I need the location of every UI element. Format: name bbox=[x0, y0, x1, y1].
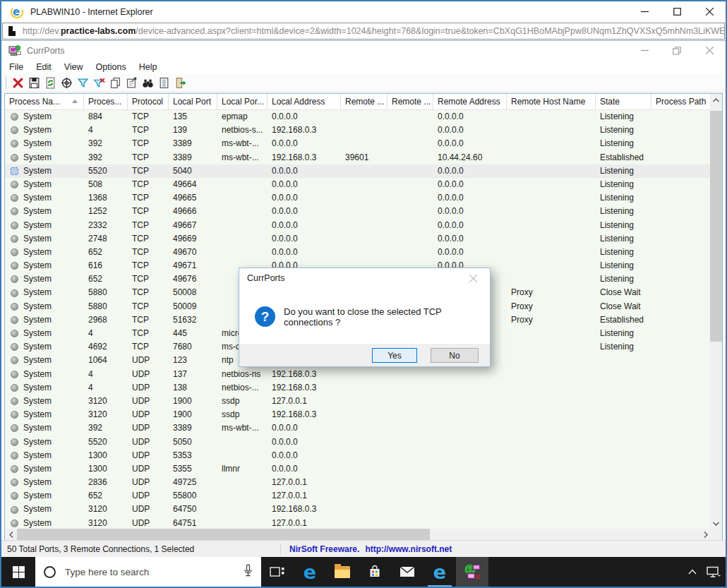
table-row[interactable]: System392TCP3389ms-wbt-...0.0.0.00.0.0.0… bbox=[5, 137, 711, 150]
table-row[interactable]: System4UDP138netbios-...192.168.0.3 bbox=[5, 381, 711, 395]
status-summary: 50 Total Ports, 3 Remote Connections, 1 … bbox=[1, 544, 280, 554]
table-row[interactable]: System1252TCP496660.0.0.00.0.0.0Listenin… bbox=[5, 205, 711, 218]
table-row[interactable]: System3120UDP1900ssdp192.168.0.3 bbox=[5, 408, 711, 421]
column-header[interactable]: State bbox=[596, 94, 651, 110]
menu-help[interactable]: Help bbox=[133, 62, 164, 72]
table-cell: UDP bbox=[128, 408, 169, 421]
scroll-left-arrow-icon[interactable] bbox=[5, 529, 17, 540]
column-header[interactable]: Remote ... bbox=[387, 94, 433, 110]
column-header[interactable]: Process Na... bbox=[5, 94, 84, 110]
column-header[interactable]: Local Port bbox=[169, 94, 217, 110]
table-cell: ssdp bbox=[217, 395, 268, 408]
table-row[interactable]: System2748TCP496690.0.0.00.0.0.0Listenin… bbox=[5, 232, 711, 246]
table-row[interactable]: System392UDP3389ms-wbt-...0.0.0.0 bbox=[5, 421, 711, 435]
table-row[interactable]: System3120UDP64751127.0.0.1 bbox=[5, 517, 711, 530]
close-connection-button[interactable] bbox=[10, 75, 26, 91]
table-row[interactable]: System5520TCP50400.0.0.00.0.0.0Listening bbox=[5, 164, 711, 178]
table-cell: 64751 bbox=[169, 517, 217, 530]
app-close-button[interactable] bbox=[693, 41, 726, 60]
find-button[interactable] bbox=[140, 75, 156, 91]
vertical-scrollbar[interactable] bbox=[710, 94, 722, 529]
table-cell: 0.0.0.0 bbox=[268, 178, 341, 191]
table-row[interactable]: System884TCP135epmap0.0.0.00.0.0.0Listen… bbox=[5, 110, 711, 124]
table-cell: System bbox=[5, 300, 84, 313]
taskbar-edge[interactable]: e bbox=[294, 557, 326, 587]
refresh-button[interactable] bbox=[42, 75, 59, 91]
scroll-up-arrow-icon[interactable] bbox=[710, 94, 722, 106]
menu-file[interactable]: File bbox=[3, 62, 30, 72]
url-input[interactable]: http://dev.practice-labs.com/device-adva… bbox=[2, 23, 725, 40]
report-button[interactable] bbox=[156, 75, 172, 91]
taskbar-file-explorer[interactable] bbox=[326, 557, 359, 587]
app-restore-button[interactable] bbox=[661, 41, 693, 60]
menu-view[interactable]: View bbox=[58, 62, 90, 72]
start-button[interactable] bbox=[1, 557, 35, 587]
tray-show-hidden-icons[interactable] bbox=[683, 557, 702, 587]
taskbar-mail[interactable] bbox=[391, 557, 423, 587]
table-row[interactable]: System1300UDP5355llmnr0.0.0.0 bbox=[5, 462, 711, 476]
table-row[interactable]: System5520UDP50500.0.0.0 bbox=[5, 436, 711, 449]
currports-taskbar-icon bbox=[463, 563, 481, 580]
column-header[interactable]: Local Address bbox=[268, 94, 341, 110]
task-view-button[interactable] bbox=[261, 557, 294, 587]
filter-button[interactable] bbox=[75, 75, 91, 91]
table-cell: System bbox=[5, 476, 84, 489]
column-header[interactable]: Remote Address bbox=[433, 94, 507, 110]
table-cell bbox=[507, 110, 596, 124]
scroll-down-arrow-icon[interactable] bbox=[710, 517, 722, 529]
table-row[interactable]: System4UDP137netbios-ns192.168.0.3 bbox=[5, 368, 711, 381]
table-row[interactable]: System2836UDP49725127.0.0.1 bbox=[5, 476, 711, 489]
taskbar-search[interactable]: Type here to search bbox=[35, 557, 261, 587]
column-header[interactable]: Process Path bbox=[651, 94, 711, 110]
table-row[interactable]: System1368TCP496650.0.0.00.0.0.0Listenin… bbox=[5, 191, 711, 205]
nirsoft-link[interactable]: http://www.nirsoft.net bbox=[365, 544, 452, 554]
table-row[interactable]: System652TCP496700.0.0.00.0.0.0Listening bbox=[5, 246, 711, 259]
app-minimize-button[interactable] bbox=[628, 41, 661, 60]
menu-edit[interactable]: Edit bbox=[30, 62, 58, 72]
ie-window-inner: e PLABWIN10 - Internet Explorer http://d… bbox=[1, 1, 726, 587]
table-row[interactable]: System652UDP55800127.0.0.1 bbox=[5, 489, 711, 503]
close-button[interactable] bbox=[693, 1, 726, 22]
menu-options[interactable]: Options bbox=[90, 62, 133, 72]
resolve-addresses-button[interactable] bbox=[59, 75, 75, 91]
horizontal-scrollbar[interactable] bbox=[5, 529, 711, 540]
process-icon bbox=[11, 154, 18, 162]
table-row[interactable]: System4TCP139netbios-s...192.168.0.30.0.… bbox=[5, 124, 711, 137]
column-header[interactable]: Remote Host Name bbox=[507, 94, 596, 110]
column-header[interactable]: Local Por... bbox=[217, 94, 268, 110]
table-cell: 192.168.0.3 bbox=[268, 368, 341, 381]
table-row[interactable]: System3120UDP64750192.168.0.3 bbox=[5, 503, 711, 516]
taskbar: Type here to search e e bbox=[1, 557, 726, 587]
properties-button[interactable] bbox=[124, 75, 140, 91]
column-header[interactable]: Remote ... bbox=[341, 94, 387, 110]
no-button[interactable]: No bbox=[431, 348, 479, 363]
table-row[interactable]: System3120UDP1900ssdp127.0.0.1 bbox=[5, 395, 711, 408]
microphone-icon[interactable] bbox=[244, 564, 253, 578]
table-cell: System bbox=[5, 219, 84, 232]
copy-button[interactable] bbox=[107, 75, 124, 91]
dialog-close-icon[interactable] bbox=[459, 268, 487, 288]
status-bar: 50 Total Ports, 3 Remote Connections, 1 … bbox=[1, 540, 726, 557]
yes-button[interactable]: Yes bbox=[372, 348, 417, 363]
taskbar-store[interactable] bbox=[359, 557, 391, 587]
taskbar-internet-explorer[interactable]: e bbox=[423, 557, 456, 587]
table-row[interactable]: System2332TCP496670.0.0.00.0.0.0Listenin… bbox=[5, 219, 711, 232]
table-cell: TCP bbox=[128, 219, 169, 232]
exit-button[interactable] bbox=[172, 75, 188, 91]
tray-network-icon[interactable] bbox=[702, 557, 726, 587]
clear-filter-button[interactable] bbox=[91, 75, 107, 91]
column-header[interactable]: Proces... bbox=[84, 94, 128, 110]
table-cell bbox=[507, 219, 596, 232]
table-row[interactable]: System1300UDP53530.0.0.0 bbox=[5, 449, 711, 462]
column-header[interactable]: Protocol bbox=[128, 94, 169, 110]
table-row[interactable]: System392TCP3389ms-wbt-...192.168.0.3396… bbox=[5, 151, 711, 164]
table-row[interactable]: System508TCP496640.0.0.00.0.0.0Listening bbox=[5, 178, 711, 191]
horizontal-scrollbar-thumb[interactable] bbox=[17, 529, 430, 540]
table-cell bbox=[651, 110, 711, 124]
maximize-button[interactable] bbox=[661, 1, 693, 22]
minimize-button[interactable] bbox=[628, 1, 661, 22]
taskbar-currports[interactable] bbox=[456, 557, 488, 587]
save-button[interactable] bbox=[26, 75, 42, 91]
vertical-scrollbar-thumb[interactable] bbox=[710, 111, 722, 342]
table-cell: System bbox=[5, 408, 84, 421]
